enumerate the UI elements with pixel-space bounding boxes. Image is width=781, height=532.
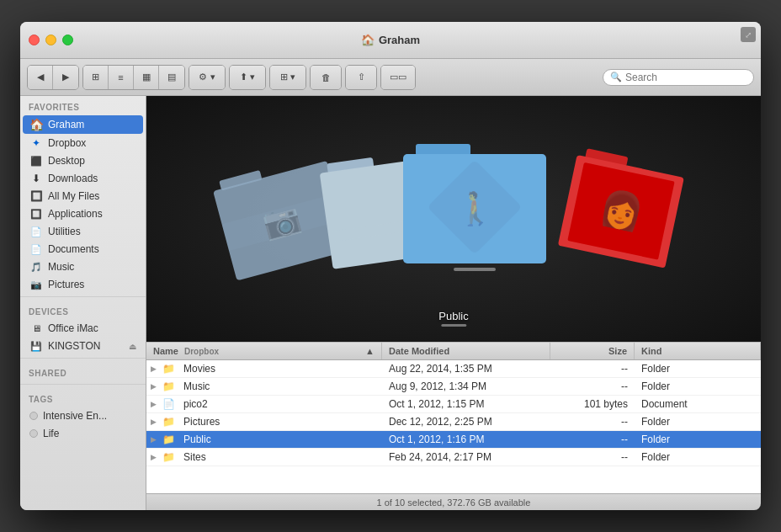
search-input[interactable] xyxy=(625,72,746,83)
table-row[interactable]: ▶ 📁 Pictures Dec 12, 2012, 2:25 PM -- Fo… xyxy=(146,413,761,431)
share-sheet-button[interactable]: ⇧ xyxy=(346,66,376,89)
sidebar-item-label: Applications xyxy=(48,208,103,220)
row-expand-arrow[interactable]: ▶ xyxy=(146,435,160,444)
maximize-button[interactable] xyxy=(62,35,73,45)
file-date: Dec 12, 2012, 2:25 PM xyxy=(382,413,550,430)
file-list: ▶ 📁 Movies Aug 22, 2014, 1:35 PM -- Fold… xyxy=(146,360,761,466)
sidebar-item-documents[interactable]: 📄 Documents xyxy=(23,241,143,258)
search-box[interactable]: 🔍 xyxy=(603,69,754,86)
col-header-date[interactable]: Date Modified xyxy=(382,343,550,359)
file-size: -- xyxy=(550,378,635,395)
eject-icon[interactable]: ⏏ xyxy=(129,342,136,351)
sidebar-item-label: Downloads xyxy=(48,173,98,184)
action-buttons: ⚙ ▾ xyxy=(189,65,226,90)
documents-icon: 📄 xyxy=(29,244,43,255)
close-button[interactable] xyxy=(29,35,40,45)
arrange-buttons: ⊞ ▾ xyxy=(269,65,306,90)
file-kind: Folder xyxy=(635,413,761,430)
action-menu-button[interactable]: ⚙ ▾ xyxy=(189,66,225,89)
titlebar: 🏠 Graham ⤢ xyxy=(20,22,761,59)
row-expand-arrow[interactable]: ▶ xyxy=(146,400,160,408)
status-bar: 1 of 10 selected, 372.76 GB available xyxy=(146,493,761,510)
col-name-sub: Dropbox xyxy=(184,347,219,356)
file-size: 101 bytes xyxy=(550,396,635,412)
sidebar-item-applications[interactable]: 🔲 Applications xyxy=(23,205,143,222)
home-icon: 🏠 xyxy=(29,118,43,131)
sidebar-item-label: Graham xyxy=(48,119,84,130)
tag-intensive-icon xyxy=(29,412,38,420)
sidebar-item-kingston[interactable]: 💾 KINGSTON ⏏ xyxy=(23,338,143,354)
col-header-kind[interactable]: Kind xyxy=(635,343,761,359)
file-name: pico2 xyxy=(177,396,215,412)
file-size: -- xyxy=(550,431,635,448)
sidebar-item-music[interactable]: 🎵 Music xyxy=(23,258,143,275)
file-date: Aug 9, 2012, 1:34 PM xyxy=(382,378,550,395)
table-row[interactable]: ▶ 📁 Music Aug 9, 2012, 1:34 PM -- Folder xyxy=(146,378,761,396)
sidebar-item-utilities[interactable]: 📄 Utilities xyxy=(23,223,143,240)
col-date-label: Date Modified xyxy=(389,346,449,356)
col-size-label: Size xyxy=(608,346,627,356)
fullscreen-button[interactable]: ⤢ xyxy=(741,27,756,42)
col-name-label: Name xyxy=(153,346,178,356)
arrange-button[interactable]: ⊞ ▾ xyxy=(270,66,305,89)
sidebar-item-downloads[interactable]: ⬇ Downloads xyxy=(23,170,143,187)
tag-life-icon xyxy=(29,429,38,438)
all-files-icon: 🔲 xyxy=(29,190,43,202)
row-expand-arrow[interactable]: ▶ xyxy=(146,453,160,461)
column-view-button[interactable]: ▦ xyxy=(134,66,159,89)
share-buttons: ⬆ ▾ xyxy=(229,65,266,90)
table-row[interactable]: ▶ 📁 Sites Feb 24, 2014, 2:17 PM -- Folde… xyxy=(146,449,761,466)
title-text: Graham xyxy=(379,34,420,46)
toggle-button[interactable]: ▭▭ xyxy=(381,66,415,89)
downloads-icon: ⬇ xyxy=(29,173,43,184)
file-name: Public xyxy=(177,431,218,448)
delete-button[interactable]: 🗑 xyxy=(311,66,341,89)
table-row[interactable]: ▶ 📁 Public Oct 1, 2012, 1:16 PM -- Folde… xyxy=(146,431,761,449)
sidebar-item-label: All My Files xyxy=(48,190,99,202)
file-icon: 📄 xyxy=(160,398,177,410)
icon-view-button[interactable]: ⊞ xyxy=(83,66,109,89)
sidebar-item-desktop[interactable]: ⬛ Desktop xyxy=(23,152,143,169)
row-expand-arrow[interactable]: ▶ xyxy=(146,382,160,391)
desktop-icon: ⬛ xyxy=(29,156,43,167)
coverflow-view-button[interactable]: ▤ xyxy=(159,66,184,89)
sidebar-item-graham[interactable]: 🏠 Graham xyxy=(23,115,143,134)
svg-text:🚶: 🚶 xyxy=(455,189,496,228)
row-expand-arrow[interactable]: ▶ xyxy=(146,364,160,373)
sidebar-item-label: Music xyxy=(48,261,74,273)
cover-flow-preview: 📷 xyxy=(176,131,731,317)
file-icon: 📁 xyxy=(160,434,177,445)
traffic-lights xyxy=(29,35,73,45)
tags-label: TAGS xyxy=(20,388,146,407)
sidebar-item-pictures[interactable]: 📷 Pictures xyxy=(23,276,143,293)
sidebar-item-label: Life xyxy=(43,428,59,439)
sidebar-item-all-my-files[interactable]: 🔲 All My Files xyxy=(23,188,143,205)
delete-button-group: 🗑 xyxy=(310,65,342,90)
row-expand-arrow[interactable]: ▶ xyxy=(146,418,160,426)
sidebar-item-dropbox[interactable]: ✦ Dropbox xyxy=(23,135,143,152)
minimize-button[interactable] xyxy=(45,35,56,45)
search-icon: 🔍 xyxy=(610,72,622,82)
preview-label: Public xyxy=(438,310,468,327)
table-row[interactable]: ▶ 📄 pico2 Oct 1, 2012, 1:15 PM 101 bytes… xyxy=(146,396,761,413)
file-size: -- xyxy=(550,449,635,466)
back-button[interactable]: ◀ xyxy=(28,66,53,89)
col-header-size[interactable]: Size xyxy=(550,343,635,359)
forward-button[interactable]: ▶ xyxy=(53,66,78,89)
sidebar-item-life[interactable]: Life xyxy=(23,425,143,442)
sidebar-item-label: Office iMac xyxy=(48,322,98,334)
music-icon: 🎵 xyxy=(29,262,43,273)
col-header-name[interactable]: Name Dropbox ▲ xyxy=(146,343,382,359)
file-date: Oct 1, 2012, 1:16 PM xyxy=(382,431,550,448)
share-button[interactable]: ⬆ ▾ xyxy=(230,66,265,89)
svg-rect-7 xyxy=(416,144,470,156)
sidebar-item-intensive-en[interactable]: Intensive En... xyxy=(23,407,143,424)
sidebar-item-office-imac[interactable]: 🖥 Office iMac xyxy=(23,320,143,337)
view-mode-buttons: ⊞ ≡ ▦ ▤ xyxy=(82,65,185,90)
sidebar-item-label: KINGSTON xyxy=(48,340,100,352)
usb-drive-icon: 💾 xyxy=(29,341,43,352)
table-row[interactable]: ▶ 📁 Movies Aug 22, 2014, 1:35 PM -- Fold… xyxy=(146,360,761,378)
file-name: Music xyxy=(177,378,216,395)
favorites-label: FAVORITES xyxy=(20,96,146,114)
list-view-button[interactable]: ≡ xyxy=(109,66,134,89)
